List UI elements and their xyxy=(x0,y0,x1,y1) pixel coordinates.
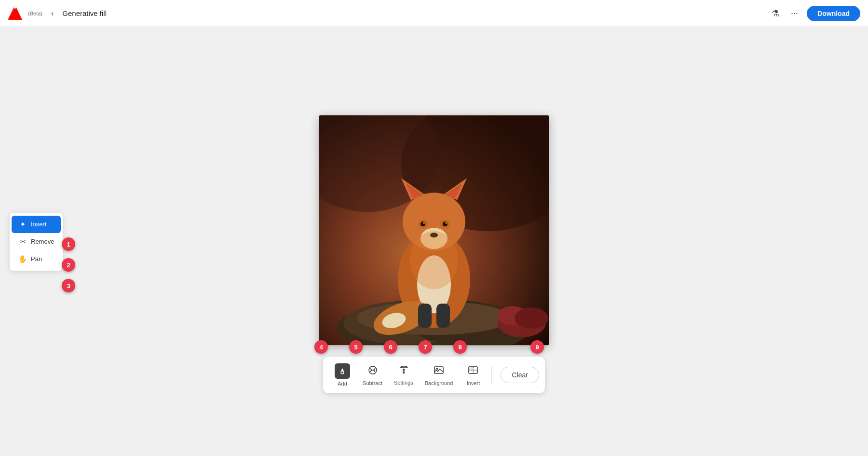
svg-marker-0 xyxy=(9,8,21,19)
badge-4: 4 xyxy=(314,340,328,354)
settings-button[interactable]: Settings xyxy=(389,362,418,388)
invert-label: Invert xyxy=(467,380,480,386)
settings-icon xyxy=(398,365,409,378)
badge-7: 7 xyxy=(419,340,432,354)
bottom-toolbar: 4 5 6 7 8 9 xyxy=(319,340,549,393)
background-button[interactable]: Background xyxy=(420,361,458,389)
back-button[interactable]: ‹ xyxy=(47,7,57,20)
svg-point-16 xyxy=(443,221,448,226)
svg-rect-39 xyxy=(469,367,473,370)
badge-2: 2 xyxy=(62,258,75,272)
svg-point-33 xyxy=(341,371,344,374)
subtract-label: Subtract xyxy=(363,380,382,386)
badge-9: 9 xyxy=(530,340,544,354)
image-canvas xyxy=(319,115,549,345)
header-left: (Beta) ‹ Generative fill xyxy=(8,7,769,20)
svg-point-32 xyxy=(410,231,458,289)
pan-label: Pan xyxy=(31,255,42,263)
add-label: Add xyxy=(338,381,347,387)
left-toolbar: ✦ Insert ✂ Remove ✋ Pan xyxy=(10,213,63,271)
settings-label: Settings xyxy=(394,380,413,386)
pan-icon: ✋ xyxy=(18,255,27,263)
subtract-button[interactable]: Subtract xyxy=(358,361,387,389)
insert-icon: ✦ xyxy=(18,220,27,229)
invert-icon xyxy=(467,364,479,378)
insert-label: Insert xyxy=(31,221,47,228)
back-icon: ‹ xyxy=(51,9,54,17)
badge-8: 8 xyxy=(453,340,467,354)
badge-6: 6 xyxy=(384,340,397,354)
app-header: (Beta) ‹ Generative fill ⚗ ··· Download xyxy=(0,0,868,27)
main-canvas-area: ✦ Insert ✂ Remove ✋ Pan 1 2 3 4 5 xyxy=(0,27,868,456)
svg-point-17 xyxy=(423,222,425,224)
badge-5: 5 xyxy=(349,340,363,354)
background-label: Background xyxy=(425,380,453,386)
badge-3: 3 xyxy=(62,279,75,292)
subtract-icon xyxy=(367,364,379,378)
fox-image xyxy=(319,115,549,345)
remove-label: Remove xyxy=(31,238,54,245)
remove-tool[interactable]: ✂ Remove xyxy=(12,233,61,250)
toolbar-divider xyxy=(491,366,492,384)
labs-button[interactable]: ⚗ xyxy=(769,6,782,21)
clear-button[interactable]: Clear xyxy=(501,367,539,383)
insert-tool[interactable]: ✦ Insert xyxy=(12,216,61,233)
svg-point-37 xyxy=(436,368,438,370)
invert-button[interactable]: Invert xyxy=(460,361,487,389)
svg-rect-27 xyxy=(418,304,432,328)
pan-tool[interactable]: ✋ Pan xyxy=(12,250,61,268)
bottom-tools-panel: Add Subtract xyxy=(323,357,545,393)
svg-point-18 xyxy=(445,222,447,224)
more-icon: ··· xyxy=(791,8,798,18)
page-title: Generative fill xyxy=(62,9,107,17)
download-button[interactable]: Download xyxy=(807,6,860,21)
more-button[interactable]: ··· xyxy=(788,6,801,20)
header-right: ⚗ ··· Download xyxy=(769,6,860,21)
labs-icon: ⚗ xyxy=(772,9,779,18)
svg-point-31 xyxy=(515,307,548,329)
add-button[interactable]: Add xyxy=(329,360,356,389)
svg-rect-28 xyxy=(436,304,450,328)
badge-1: 1 xyxy=(62,237,75,251)
background-icon xyxy=(433,364,445,378)
svg-point-15 xyxy=(420,221,425,226)
adobe-logo-icon xyxy=(8,7,22,20)
bottom-badges-row: 4 5 6 7 8 9 xyxy=(314,340,544,354)
remove-icon: ✂ xyxy=(18,237,27,246)
add-icon xyxy=(335,363,350,379)
beta-badge: (Beta) xyxy=(28,11,42,16)
